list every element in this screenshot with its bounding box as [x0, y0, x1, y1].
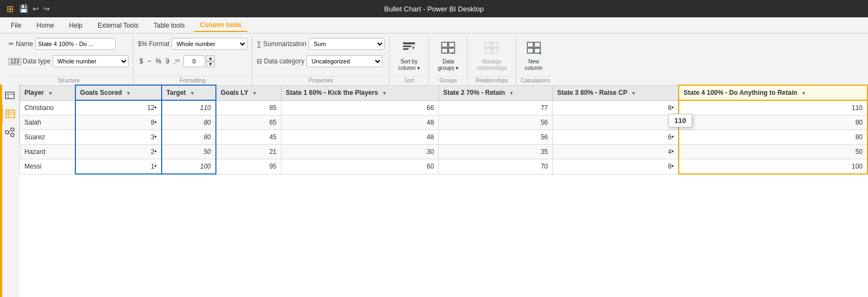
- manage-relationships-button[interactable]: Managerelationships: [472, 38, 511, 74]
- name-input[interactable]: [35, 38, 116, 50]
- svg-rect-17: [527, 48, 533, 53]
- col-header-player: Player ▼: [20, 85, 75, 100]
- sort-by-column-label: Sort bycolumn ▾: [398, 59, 420, 72]
- category-icon: ⊟: [257, 57, 262, 65]
- svg-rect-20: [5, 92, 14, 99]
- svg-text:+: +: [451, 50, 454, 55]
- datacategory-select[interactable]: Uncategorized Address City: [307, 55, 382, 67]
- menu-home[interactable]: Home: [30, 20, 60, 31]
- dollar-symbol[interactable]: $: [138, 57, 145, 66]
- summarization-select[interactable]: Sum Average Count: [309, 38, 385, 50]
- sort-content: Sort bycolumn ▾: [394, 38, 424, 74]
- svg-rect-5: [449, 42, 455, 47]
- calculations-label: Calculations: [521, 76, 550, 83]
- tab-column-tools[interactable]: Column tools: [194, 19, 248, 32]
- target-dropdown[interactable]: ▼: [190, 91, 195, 96]
- pencil-icon: ✏: [9, 40, 14, 48]
- properties-label: Properties: [257, 76, 385, 83]
- cell-state3-0: 8•: [553, 100, 679, 105]
- increment-btn[interactable]: ▲: [206, 55, 215, 61]
- groups-label: Groups: [433, 76, 463, 83]
- relationships-icon: [484, 40, 499, 57]
- summarization-label: ∑ Summarization: [257, 40, 307, 48]
- goals-scored-header-label: Goals Scored: [80, 89, 122, 96]
- data-groups-icon: +: [441, 40, 456, 57]
- col-header-state4: State 4 100% - Do Anything to Retain ▼: [679, 85, 867, 100]
- decrement-btn[interactable]: ▼: [206, 61, 215, 67]
- col-header-state1: State 1 60% - Kick the Players ▼: [281, 85, 438, 100]
- menu-file[interactable]: File: [4, 20, 28, 31]
- svg-rect-10: [492, 42, 498, 47]
- formatting-label: Formatting: [138, 76, 247, 83]
- tab-table-tools[interactable]: Table tools: [147, 20, 191, 31]
- format-label: $% Format: [138, 40, 169, 48]
- save-icon[interactable]: 💾: [19, 4, 28, 13]
- new-column-button[interactable]: + Newcolumn: [521, 38, 547, 74]
- data-groups-button[interactable]: + Datagroups ▾: [433, 38, 463, 74]
- new-column-label: Newcolumn: [525, 59, 542, 72]
- sort-label: Sort: [394, 76, 424, 83]
- groups-content: + Datagroups ▾: [433, 38, 463, 74]
- goals-ly-dropdown[interactable]: ▼: [252, 91, 257, 96]
- svg-rect-9: [485, 42, 491, 47]
- cell-state4-0: 110 110: [679, 100, 867, 105]
- structure-content: ✏ Name 123 Data type Whole number Decima…: [9, 38, 129, 74]
- decimal-places-input[interactable]: [183, 55, 205, 67]
- datatype-label: 123 Data type: [9, 57, 50, 65]
- table-body: Christiano 12• 110 85 66 77 8• 110 110 S…: [20, 100, 868, 105]
- player-header-label: Player: [24, 89, 44, 96]
- ribbon-group-formatting: $% Format Whole number Decimal number Cu…: [133, 36, 252, 85]
- state1-header-label: State 1 60% - Kick the Players: [286, 89, 378, 96]
- svg-rect-16: [534, 42, 540, 47]
- decimal-spinner[interactable]: ▲ ▼: [206, 55, 215, 67]
- relationships-label: Relationships: [472, 76, 511, 83]
- datatype-select[interactable]: Whole number Decimal number Text: [53, 55, 129, 67]
- sigma-icon: ∑: [257, 40, 261, 48]
- ribbon-group-groups: + Datagroups ▾ Groups: [429, 36, 468, 85]
- col-header-state2: State 2 70% - Retain ▼: [438, 85, 552, 100]
- menu-help[interactable]: Help: [62, 20, 89, 31]
- svg-rect-6: [442, 48, 448, 53]
- window-title: Bullet Chart - Power BI Desktop: [384, 5, 484, 13]
- undo-icon[interactable]: ↩: [33, 4, 39, 13]
- ribbon-group-structure: ✏ Name 123 Data type Whole number Decima…: [4, 36, 133, 85]
- format-select[interactable]: Whole number Decimal number Currency: [171, 38, 247, 50]
- state2-dropdown[interactable]: ▼: [509, 91, 514, 96]
- name-label: ✏ Name: [9, 40, 33, 48]
- tilde-symbol[interactable]: ~: [146, 57, 153, 66]
- table-row: Christiano 12• 110 85 66 77 8• 110 110: [20, 100, 868, 105]
- svg-text:+: +: [538, 50, 541, 55]
- table-header-row: Player ▼ Goals Scored ▼ Target ▼ Goals L…: [20, 85, 868, 100]
- cell-goalsly-0: 85: [216, 100, 282, 105]
- sort-by-column-button[interactable]: Sort bycolumn ▾: [394, 38, 424, 74]
- svg-rect-12: [492, 48, 498, 53]
- comma-symbol[interactable]: 9: [164, 57, 171, 66]
- ribbon-group-calculations: + Newcolumn Calculations: [516, 36, 554, 85]
- state2-header-label: State 2 70% - Retain: [443, 89, 505, 96]
- ribbon-group-properties: ∑ Summarization Sum Average Count ⊟ Data…: [252, 36, 390, 85]
- state1-dropdown[interactable]: ▼: [382, 91, 387, 96]
- format-symbols: $ ~ % 9 ,⁰⁰: [138, 57, 181, 66]
- menu-external-tools[interactable]: External Tools: [91, 20, 145, 31]
- datatype-field-row: 123 Data type Whole number Decimal numbe…: [9, 55, 129, 67]
- decimal-input-group: ▲ ▼: [183, 55, 215, 67]
- structure-label: Structure: [9, 76, 129, 83]
- formatting-content: $% Format Whole number Decimal number Cu…: [138, 38, 247, 74]
- redo-icon[interactable]: ↪: [43, 4, 50, 13]
- cell-player-0: Christiano: [20, 100, 75, 105]
- cell-state2-0: 77: [438, 100, 552, 105]
- report-view-icon[interactable]: [1, 87, 18, 104]
- relationships-content: Managerelationships: [472, 38, 511, 74]
- state3-dropdown[interactable]: ▼: [631, 91, 636, 96]
- percent-symbol[interactable]: %: [154, 57, 163, 66]
- menu-bar: File Home Help External Tools Table tool…: [0, 17, 868, 34]
- data-table: Player ▼ Goals Scored ▼ Target ▼ Goals L…: [20, 85, 868, 105]
- properties-content: ∑ Summarization Sum Average Count ⊟ Data…: [257, 38, 385, 74]
- state4-dropdown[interactable]: ▼: [801, 91, 806, 96]
- goals-scored-dropdown[interactable]: ▼: [126, 91, 131, 96]
- player-dropdown[interactable]: ▼: [48, 91, 53, 96]
- target-header-label: Target: [167, 89, 186, 96]
- cell-target-0: 110: [162, 100, 216, 105]
- new-column-icon: +: [526, 40, 541, 57]
- decimal-symbol[interactable]: ,⁰⁰: [172, 58, 181, 65]
